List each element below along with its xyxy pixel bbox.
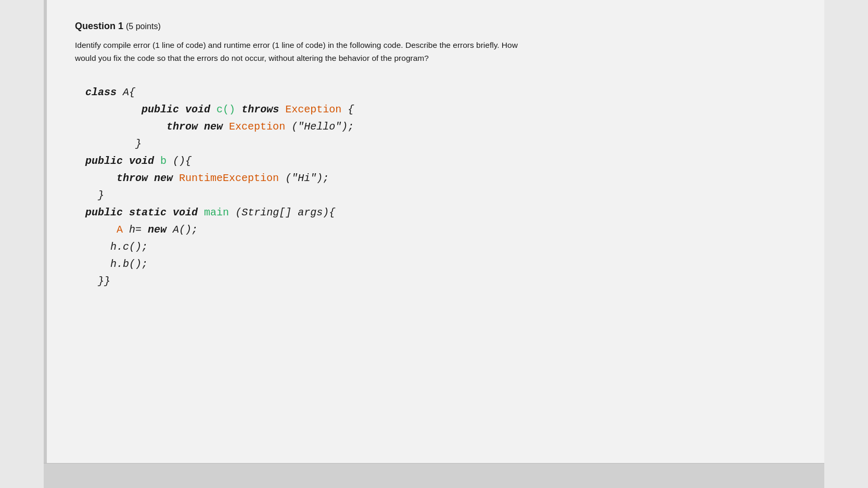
method-c: c()	[216, 104, 235, 115]
code-line-1: class A{	[85, 84, 793, 101]
code-line-8: public static void main (String[] args){	[85, 204, 793, 221]
kw-void-3: void	[173, 207, 198, 219]
kw-void-2: void	[129, 155, 154, 167]
code-line-7: }	[85, 187, 793, 204]
kw-void-1: void	[185, 104, 210, 115]
kw-class: class	[85, 86, 117, 98]
code-line-5: public void b (){	[85, 152, 793, 170]
exception-new-1: Exception	[229, 121, 285, 133]
kw-throw-2: throw	[117, 172, 148, 184]
code-line-6: throw new RuntimeException ("Hi");	[85, 170, 793, 187]
code-block: class A{ public void c() throws Exceptio…	[85, 84, 793, 290]
question-body: Identify compile error (1 line of code) …	[75, 39, 522, 65]
kw-static: static	[129, 207, 167, 219]
kw-public-1: public	[142, 104, 179, 115]
code-line-3: throw new Exception ("Hello");	[85, 118, 793, 135]
kw-throw-1: throw	[167, 121, 198, 133]
bottom-toolbar	[44, 463, 824, 488]
kw-throws: throws	[241, 104, 279, 115]
exception-type-1: Exception	[285, 104, 341, 115]
code-line-12: }}	[85, 273, 793, 290]
runtime-exception: RuntimeException	[179, 172, 279, 184]
code-line-2: public void c() throws Exception {	[85, 101, 793, 118]
kw-new-3: new	[148, 224, 167, 236]
page-container: Question 1 (5 points) Identify compile e…	[44, 0, 824, 488]
code-line-11: h.b();	[85, 255, 793, 273]
type-a: A	[117, 224, 123, 236]
kw-public-3: public	[85, 207, 123, 219]
kw-new-1: new	[204, 121, 223, 133]
code-line-4: }	[85, 135, 793, 152]
left-bar	[44, 0, 47, 488]
code-line-10: h.c();	[85, 238, 793, 255]
method-main: main	[204, 207, 229, 219]
method-b: b	[160, 155, 167, 167]
kw-public-2: public	[85, 155, 123, 167]
code-line-9: A h= new A();	[85, 221, 793, 238]
question-header: Question 1 (5 points)	[75, 21, 793, 32]
kw-new-2: new	[154, 172, 173, 184]
class-name: A{	[123, 86, 135, 98]
question-points: (5 points)	[126, 22, 161, 31]
question-title: Question 1	[75, 21, 123, 31]
